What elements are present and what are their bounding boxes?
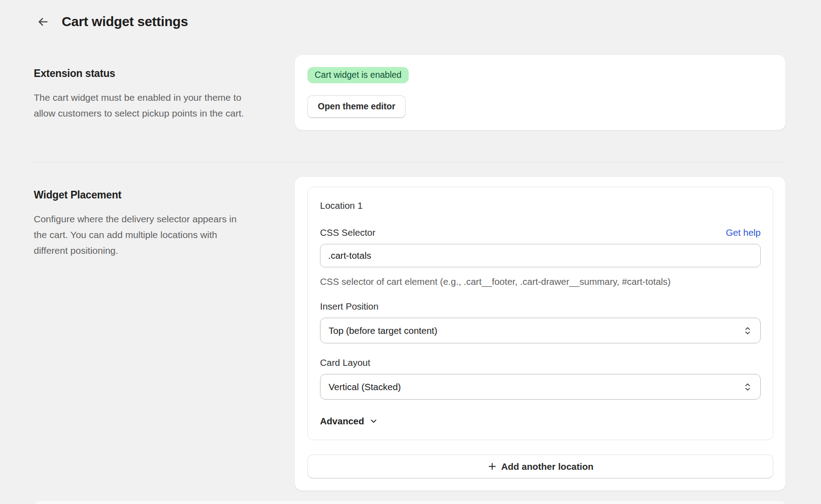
next-card-peek [35, 501, 785, 504]
extension-status-heading: Extension status [34, 68, 245, 80]
cart-widget-settings-page: Cart widget settings Extension status Th… [0, 0, 821, 504]
insert-position-select[interactable]: Top (before target content) [320, 318, 761, 343]
widget-placement-section: Widget Placement Configure where the del… [34, 189, 245, 258]
chevron-down-icon [369, 417, 378, 426]
insert-position-label: Insert Position [320, 301, 761, 312]
open-theme-editor-button[interactable]: Open theme editor [307, 95, 406, 118]
extension-status-description: The cart widget must be enabled in your … [34, 90, 244, 121]
card-layout-label: Card Layout [320, 357, 761, 368]
css-selector-input[interactable] [320, 244, 761, 267]
widget-placement-heading: Widget Placement [34, 189, 245, 201]
location-title: Location 1 [320, 200, 761, 211]
widget-placement-description: Configure where the delivery selector ap… [34, 211, 244, 258]
plus-icon [487, 462, 497, 471]
add-another-location-button[interactable]: Add another location [307, 454, 773, 478]
insert-position-value: Top (before target content) [329, 325, 438, 336]
location-card: Location 1 CSS Selector Get help CSS sel… [307, 187, 773, 440]
widget-placement-card: Location 1 CSS Selector Get help CSS sel… [295, 177, 785, 490]
page-title: Cart widget settings [62, 14, 188, 29]
status-badge: Cart widget is enabled [307, 67, 409, 83]
back-arrow-icon [37, 16, 49, 28]
select-caret-updown-icon [743, 326, 753, 336]
extension-status-section: Extension status The cart widget must be… [34, 68, 245, 121]
get-help-link[interactable]: Get help [726, 227, 761, 238]
css-selector-help-text: CSS selector of cart element (e.g., .car… [320, 276, 761, 287]
extension-status-card: Cart widget is enabled Open theme editor [295, 55, 785, 130]
advanced-toggle[interactable]: Advanced [320, 416, 378, 427]
add-another-location-label: Add another location [501, 461, 594, 472]
card-layout-value: Vertical (Stacked) [329, 382, 401, 392]
css-selector-label-row: CSS Selector Get help [320, 227, 761, 238]
page-header: Cart widget settings [34, 13, 188, 31]
section-divider [34, 162, 785, 162]
css-selector-label: CSS Selector [320, 227, 375, 238]
card-layout-select[interactable]: Vertical (Stacked) [320, 374, 761, 400]
advanced-label: Advanced [320, 416, 364, 427]
select-caret-updown-icon [743, 382, 753, 392]
back-button[interactable] [34, 13, 52, 31]
